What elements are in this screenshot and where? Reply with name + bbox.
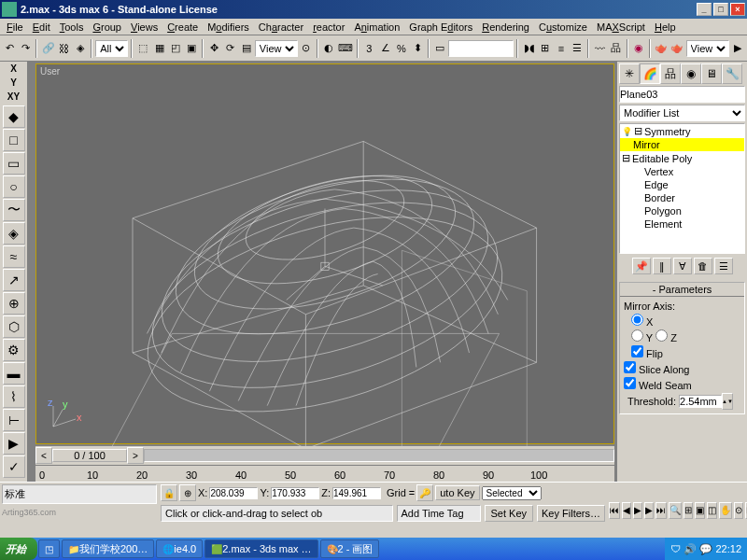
- menu-modifiers[interactable]: Modifiers: [203, 21, 254, 34]
- flip-checkbox[interactable]: Flip: [631, 345, 740, 359]
- time-slider[interactable]: < 0 / 100 >: [35, 446, 614, 465]
- menu-edit[interactable]: Edit: [28, 21, 55, 34]
- viewport[interactable]: User: [35, 63, 614, 444]
- reactor-rope-button[interactable]: 〜: [3, 199, 25, 221]
- create-tab[interactable]: ✳: [619, 63, 640, 84]
- zoom-button[interactable]: 🔍: [669, 502, 682, 519]
- rollout-header[interactable]: Parameters: [620, 283, 744, 297]
- select-name-button[interactable]: ▦: [151, 38, 166, 59]
- goto-start-button[interactable]: ⏮: [609, 502, 620, 519]
- stack-polygon[interactable]: Polygon: [620, 204, 744, 217]
- stack-border[interactable]: Border: [620, 191, 744, 204]
- time-slider-next-button[interactable]: >: [127, 447, 144, 464]
- stack-symmetry[interactable]: 💡⊟ Symmetry: [620, 124, 744, 138]
- tray-icon[interactable]: 🔊: [684, 543, 697, 555]
- stack-vertex[interactable]: Vertex: [620, 165, 744, 178]
- reactor-deform-button[interactable]: ◈: [3, 222, 25, 245]
- scale-button[interactable]: ▤: [239, 38, 254, 59]
- goto-end-button[interactable]: ⏭: [655, 502, 667, 519]
- close-button[interactable]: ×: [730, 3, 745, 16]
- set-key-button[interactable]: Set Key: [485, 505, 534, 522]
- axis-xy-label[interactable]: XY: [7, 91, 20, 105]
- material-editor-button[interactable]: ◉: [631, 38, 646, 59]
- minimize-button[interactable]: _: [697, 3, 712, 16]
- menu-rendering[interactable]: Rendering: [477, 21, 534, 34]
- play-button[interactable]: ▶: [633, 502, 642, 519]
- named-selection-input[interactable]: [448, 40, 514, 57]
- hierarchy-tab[interactable]: 品: [660, 63, 681, 84]
- zoom-extents-button[interactable]: ▣: [695, 502, 705, 519]
- reactor-preview-button[interactable]: ▶: [3, 432, 25, 455]
- keyboard-button[interactable]: ⌨: [337, 38, 354, 59]
- task-item-3[interactable]: 🟩 2.max - 3ds max …: [204, 539, 317, 558]
- unlink-button[interactable]: ⛓: [57, 38, 72, 59]
- time-tag-button[interactable]: Add Time Tag: [397, 505, 481, 522]
- menu-group[interactable]: Group: [88, 21, 126, 34]
- task-item-2[interactable]: 🌐 ie4.0: [156, 539, 203, 558]
- reactor-rigid-button[interactable]: □: [3, 129, 25, 151]
- reactor-fracture-button[interactable]: ⬡: [3, 315, 25, 338]
- absolute-mode-button[interactable]: ⊕: [179, 484, 196, 501]
- display-tab[interactable]: 🖥: [701, 63, 722, 84]
- manipulate-button[interactable]: ◐: [321, 38, 336, 59]
- tray-icon[interactable]: 🛡: [670, 543, 681, 554]
- axis-y-label[interactable]: Y: [10, 77, 17, 91]
- axis-z-radio[interactable]: Z: [655, 332, 677, 343]
- key-mode-button[interactable]: 🔑: [416, 484, 433, 501]
- menu-customize[interactable]: Customize: [534, 21, 592, 34]
- object-name-input[interactable]: [619, 86, 745, 103]
- auto-key-button[interactable]: uto Key: [435, 485, 479, 500]
- curve-editor-button[interactable]: 〰: [592, 38, 607, 59]
- arc-rotate-button[interactable]: ⊙: [734, 502, 743, 519]
- start-button[interactable]: 开始: [0, 538, 37, 560]
- menu-reactor[interactable]: reactor: [308, 21, 349, 34]
- undo-button[interactable]: ↶: [2, 38, 17, 59]
- window-crossing-button[interactable]: ▣: [184, 38, 199, 59]
- slice-checkbox[interactable]: Slice Along: [624, 361, 740, 375]
- align-button[interactable]: ≡: [554, 38, 569, 59]
- rotate-button[interactable]: ⟳: [222, 38, 237, 59]
- weld-checkbox[interactable]: Weld Seam: [624, 377, 740, 391]
- tray-icon[interactable]: 💬: [699, 543, 712, 555]
- reactor-toy-button[interactable]: ⊕: [3, 292, 25, 315]
- menu-maxscript[interactable]: MAXScript: [592, 21, 650, 34]
- next-frame-button[interactable]: ▶: [644, 502, 654, 519]
- utilities-tab[interactable]: 🔧: [722, 63, 742, 84]
- modifier-list-dropdown[interactable]: Modifier List: [619, 105, 745, 121]
- key-filter-dropdown[interactable]: Selected: [482, 486, 542, 500]
- modifier-stack[interactable]: 💡⊟ Symmetry Mirror ⊟ Editable Poly Verte…: [619, 123, 745, 254]
- motion-tab[interactable]: ◉: [681, 63, 701, 84]
- percent-snap-button[interactable]: %: [394, 38, 409, 59]
- reactor-dashpot-button[interactable]: ⊢: [3, 409, 25, 431]
- axis-x-radio[interactable]: X: [631, 314, 740, 328]
- zoom-all-button[interactable]: ⊞: [684, 502, 693, 519]
- render-last-button[interactable]: ▶: [730, 38, 745, 59]
- reactor-analyze-button[interactable]: ✓: [3, 455, 25, 478]
- link-button[interactable]: 🔗: [40, 38, 55, 59]
- bind-button[interactable]: ◈: [73, 38, 88, 59]
- menu-create[interactable]: Create: [162, 21, 203, 34]
- select-button[interactable]: ⬚: [135, 38, 150, 59]
- lock-selection-button[interactable]: 🔒: [161, 484, 177, 501]
- schematic-button[interactable]: 品: [609, 38, 624, 59]
- timeline-ruler[interactable]: 01020 304050 607080 90100: [35, 465, 614, 482]
- system-tray[interactable]: 🛡 🔊 💬 22:12: [665, 538, 747, 560]
- reactor-create-button[interactable]: ◆: [3, 105, 25, 128]
- redo-button[interactable]: ↷: [18, 38, 33, 59]
- remove-modifier-button[interactable]: 🗑: [694, 258, 712, 274]
- threshold-input[interactable]: [679, 395, 722, 408]
- menu-views[interactable]: Views: [126, 21, 162, 34]
- axis-x-label[interactable]: X: [10, 63, 17, 77]
- stack-edge[interactable]: Edge: [620, 178, 744, 191]
- angle-snap-button[interactable]: ∠: [378, 38, 393, 59]
- tray-clock[interactable]: 22:12: [715, 543, 741, 554]
- stack-element[interactable]: Element: [620, 217, 744, 231]
- menu-animation[interactable]: Animation: [349, 21, 404, 34]
- show-end-result-button[interactable]: ‖: [653, 258, 671, 274]
- move-button[interactable]: ✥: [206, 38, 221, 59]
- configure-sets-button[interactable]: ☰: [714, 258, 733, 274]
- fov-button[interactable]: ◫: [707, 502, 717, 519]
- snap-button[interactable]: 3: [361, 38, 376, 59]
- pin-stack-button[interactable]: 📌: [632, 258, 651, 274]
- pivot-button[interactable]: ⊙: [299, 38, 314, 59]
